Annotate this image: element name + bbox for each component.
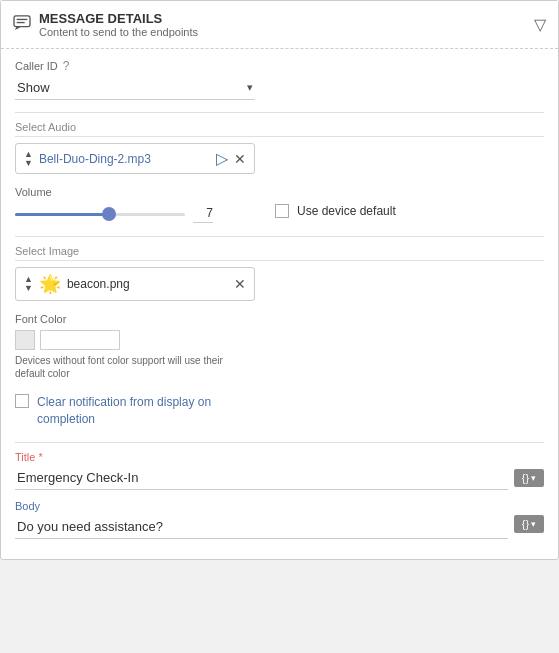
title-input[interactable] [15,466,508,490]
panel-header-left: MESSAGE DETAILS Content to send to the e… [13,11,198,38]
body-variable-arrow: ▾ [531,519,536,529]
body-row: {} ▾ [15,515,544,539]
color-swatch[interactable] [15,330,35,350]
image-preview-icon: 🌟 [39,273,61,295]
device-default-checkbox[interactable] [275,204,289,218]
caller-id-label: Caller ID ? [15,59,544,73]
title-variable-arrow: ▾ [531,473,536,483]
collapse-button[interactable]: ▽ [534,15,546,34]
caller-id-dropdown-arrow: ▾ [247,81,253,94]
slider-fill [15,213,109,216]
device-default-label: Use device default [297,204,396,218]
divider-3 [15,442,544,443]
audio-arrows[interactable]: ▲ ▼ [24,150,33,168]
title-section: Title * {} ▾ [15,451,544,490]
panel-subtitle: Content to send to the endpoints [39,26,198,38]
body-label: Body [15,500,544,512]
clear-notification-checkbox[interactable] [15,394,29,408]
audio-remove-button[interactable]: ✕ [234,151,246,167]
title-variable-icon: {} [522,472,529,484]
message-icon [13,15,31,35]
font-color-label: Font Color [15,313,544,325]
audio-row: ▲ ▼ Bell-Duo-Ding-2.mp3 ▷ ✕ [15,143,255,174]
panel-title: MESSAGE DETAILS [39,11,198,26]
color-input[interactable] [40,330,120,350]
audio-filename: Bell-Duo-Ding-2.mp3 [39,152,210,166]
volume-section: Volume 7 Use device default [15,186,544,224]
body-section: Body {} ▾ [15,500,544,539]
slider-thumb[interactable] [102,207,116,221]
font-color-hint: Devices without font color support will … [15,354,544,380]
image-remove-button[interactable]: ✕ [234,276,246,292]
divider-1 [15,112,544,113]
image-filename: beacon.png [67,277,228,291]
image-group: Select Image ▲ ▼ 🌟 beacon.png ✕ [15,245,544,301]
volume-slider[interactable] [15,204,185,224]
volume-label: Volume [15,186,255,198]
slider-track [15,213,185,216]
clear-notification-label: Clear notification from display oncomple… [37,394,211,428]
caller-id-help-icon[interactable]: ? [63,59,70,73]
image-section-label: Select Image [15,245,544,261]
body-variable-button[interactable]: {} ▾ [514,515,544,533]
volume-value: 7 [193,206,213,223]
audio-group: Select Audio ▲ ▼ Bell-Duo-Ding-2.mp3 ▷ ✕ [15,121,544,174]
clear-notification-section: Clear notification from display oncomple… [15,394,544,428]
panel-title-group: MESSAGE DETAILS Content to send to the e… [39,11,198,38]
font-color-row [15,330,544,350]
body-input[interactable] [15,515,508,539]
slider-row: 7 [15,204,255,224]
device-default-row: Use device default [275,204,396,218]
title-variable-button[interactable]: {} ▾ [514,469,544,487]
title-row: {} ▾ [15,466,544,490]
divider-2 [15,236,544,237]
panel-header: MESSAGE DETAILS Content to send to the e… [1,1,558,49]
panel-body: Caller ID ? Show ▾ Select Audio ▲ ▼ Bell… [1,49,558,559]
caller-id-select[interactable]: Show ▾ [15,76,255,100]
caller-id-group: Caller ID ? Show ▾ [15,59,544,100]
image-arrows[interactable]: ▲ ▼ [24,275,33,293]
message-details-panel: MESSAGE DETAILS Content to send to the e… [0,0,559,560]
volume-left: Volume 7 [15,186,255,224]
font-color-section: Font Color Devices without font color su… [15,313,544,380]
play-button[interactable]: ▷ [216,149,228,168]
audio-section-label: Select Audio [15,121,544,137]
image-row: ▲ ▼ 🌟 beacon.png ✕ [15,267,255,301]
svg-rect-0 [14,15,30,26]
title-label: Title * [15,451,544,463]
body-variable-icon: {} [522,518,529,530]
